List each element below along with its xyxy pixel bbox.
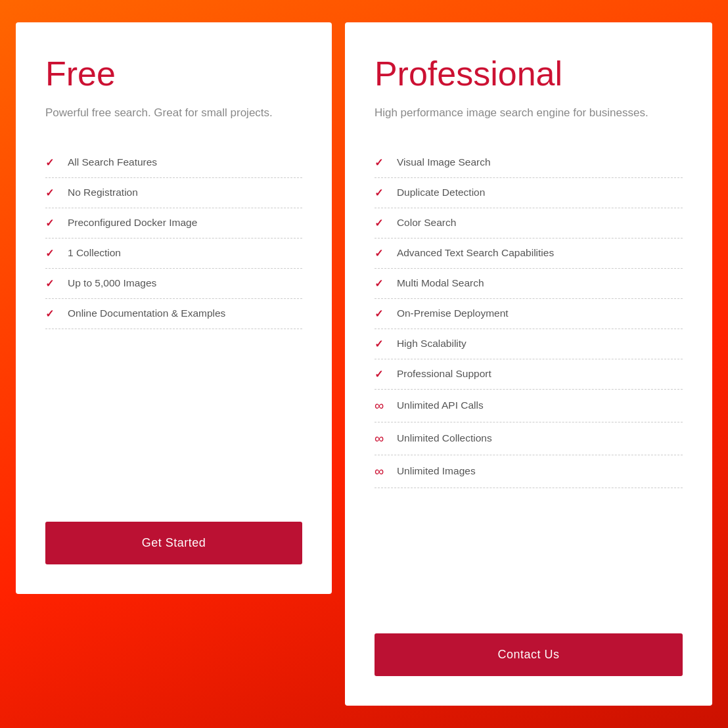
feature-text: All Search Features: [68, 156, 157, 168]
feature-text: Professional Support: [397, 368, 491, 380]
list-item: ∞ Unlimited Images: [375, 455, 683, 488]
list-item: ✓ Online Documentation & Examples: [45, 299, 302, 329]
check-icon: ✓: [375, 277, 388, 290]
feature-text: Color Search: [397, 217, 456, 229]
list-item: ✓ Preconfigured Docker Image: [45, 208, 302, 239]
list-item: ✓ All Search Features: [45, 148, 302, 178]
list-item: ∞ Unlimited API Calls: [375, 390, 683, 422]
list-item: ✓ High Scalability: [375, 329, 683, 359]
check-icon: ✓: [375, 307, 388, 320]
feature-text: Online Documentation & Examples: [68, 307, 225, 319]
check-icon: ✓: [375, 156, 388, 169]
feature-text: Advanced Text Search Capabilities: [397, 247, 554, 259]
check-icon: ✓: [45, 217, 58, 229]
list-item: ✓ Up to 5,000 Images: [45, 269, 302, 299]
free-plan-description: Powerful free search. Great for small pr…: [45, 104, 302, 122]
professional-plan-card: Professional High performance image sear…: [345, 22, 712, 706]
feature-text: High Scalability: [397, 338, 466, 350]
feature-text: Unlimited API Calls: [397, 399, 484, 411]
feature-text: Multi Modal Search: [397, 277, 484, 289]
list-item: ✓ Multi Modal Search: [375, 269, 683, 299]
professional-plan-title: Professional: [375, 55, 683, 93]
contact-us-button[interactable]: Contact Us: [375, 633, 683, 676]
feature-text: 1 Collection: [68, 247, 121, 259]
list-item: ✓ Visual Image Search: [375, 148, 683, 178]
check-icon: ✓: [375, 247, 388, 260]
check-icon: ✓: [45, 307, 58, 320]
check-icon: ✓: [375, 368, 388, 380]
feature-text: Up to 5,000 Images: [68, 277, 156, 289]
get-started-button[interactable]: Get Started: [45, 522, 302, 564]
free-features-list: ✓ All Search Features ✓ No Registration …: [45, 148, 302, 495]
list-item: ✓ Advanced Text Search Capabilities: [375, 239, 683, 269]
pricing-container: Free Powerful free search. Great for sma…: [16, 22, 712, 706]
infinity-icon: ∞: [375, 464, 388, 479]
list-item: ✓ No Registration: [45, 178, 302, 208]
list-item: ✓ On-Premise Deployment: [375, 299, 683, 329]
feature-text: Duplicate Detection: [397, 187, 485, 198]
check-icon: ✓: [45, 187, 58, 199]
feature-text: Unlimited Images: [397, 465, 476, 477]
feature-text: Visual Image Search: [397, 156, 491, 168]
check-icon: ✓: [375, 338, 388, 350]
list-item: ✓ 1 Collection: [45, 239, 302, 269]
infinity-icon: ∞: [375, 431, 388, 446]
list-item: ∞ Unlimited Collections: [375, 422, 683, 455]
infinity-icon: ∞: [375, 398, 388, 413]
feature-text: On-Premise Deployment: [397, 307, 509, 319]
check-icon: ✓: [45, 156, 58, 169]
check-icon: ✓: [375, 187, 388, 199]
check-icon: ✓: [375, 217, 388, 229]
professional-plan-description: High performance image search engine for…: [375, 104, 683, 122]
check-icon: ✓: [45, 247, 58, 260]
list-item: ✓ Professional Support: [375, 359, 683, 390]
free-plan-title: Free: [45, 55, 302, 93]
check-icon: ✓: [45, 277, 58, 290]
list-item: ✓ Color Search: [375, 208, 683, 239]
feature-text: Unlimited Collections: [397, 432, 492, 444]
feature-text: No Registration: [68, 187, 138, 198]
professional-features-list: ✓ Visual Image Search ✓ Duplicate Detect…: [375, 148, 683, 607]
free-plan-card: Free Powerful free search. Great for sma…: [16, 22, 332, 594]
list-item: ✓ Duplicate Detection: [375, 178, 683, 208]
feature-text: Preconfigured Docker Image: [68, 217, 197, 229]
